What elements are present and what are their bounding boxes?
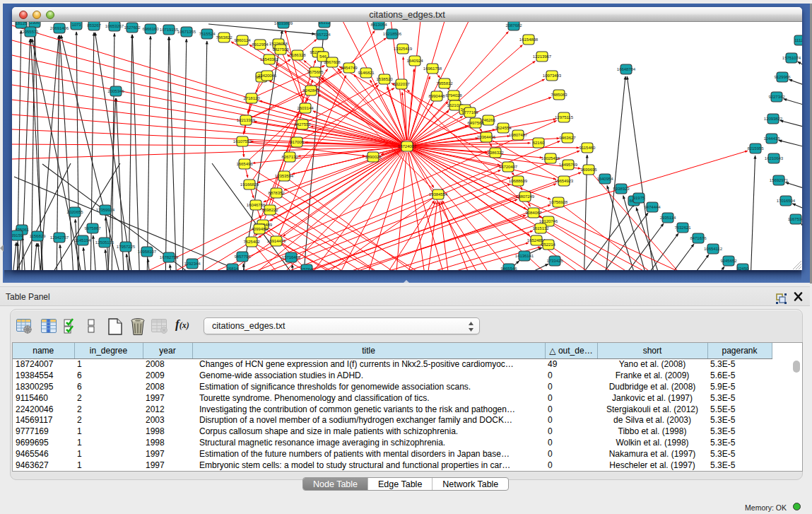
svg-text:2020655: 2020655 — [66, 209, 83, 214]
svg-text:20691406: 20691406 — [50, 25, 69, 30]
svg-text:16782759: 16782759 — [160, 255, 179, 259]
svg-text:1640924: 1640924 — [406, 58, 423, 63]
svg-text:1665496: 1665496 — [236, 161, 253, 166]
svg-text:91975: 91975 — [633, 195, 645, 200]
svg-text:12975115: 12975115 — [555, 115, 574, 119]
svg-text:1292344: 1292344 — [184, 261, 201, 266]
svg-text:26814: 26814 — [227, 266, 239, 270]
svg-text:5322037: 5322037 — [393, 81, 410, 86]
svg-text:1527602: 1527602 — [124, 25, 141, 30]
svg-text:2718120: 2718120 — [243, 95, 260, 100]
svg-text:8813054: 8813054 — [370, 22, 387, 27]
svg-text:10756928: 10756928 — [549, 199, 568, 204]
svg-text:8471676: 8471676 — [690, 235, 707, 240]
svg-text:8912954: 8912954 — [252, 42, 269, 47]
svg-text:2005346: 2005346 — [107, 88, 124, 93]
svg-text:9457791: 9457791 — [234, 254, 251, 259]
svg-text:13325419: 13325419 — [394, 46, 413, 51]
svg-text:10807487: 10807487 — [509, 132, 528, 137]
svg-text:1640954: 1640954 — [596, 176, 613, 181]
svg-text:5938923: 5938923 — [613, 186, 630, 191]
svg-text:15720407: 15720407 — [499, 164, 518, 169]
svg-text:16961758: 16961758 — [423, 66, 442, 71]
svg-text:9827503: 9827503 — [272, 47, 289, 52]
svg-text:19166829: 19166829 — [240, 182, 259, 187]
svg-text:9129966: 9129966 — [774, 74, 791, 79]
svg-text:19654923: 19654923 — [555, 178, 574, 183]
svg-text:15716485: 15716485 — [282, 255, 301, 259]
svg-text:1073: 1073 — [71, 22, 81, 27]
svg-text:9699695: 9699695 — [580, 167, 597, 172]
svg-text:1167534: 1167534 — [788, 216, 802, 221]
svg-text:15764: 15764 — [301, 267, 313, 270]
svg-text:17957225: 17957225 — [117, 244, 136, 249]
svg-text:2935114: 2935114 — [660, 215, 676, 220]
svg-text:10958107: 10958107 — [138, 249, 157, 254]
svg-text:20364436: 20364436 — [477, 134, 496, 139]
svg-text:1244415: 1244415 — [763, 136, 780, 141]
svg-text:8186328: 8186328 — [289, 52, 306, 57]
svg-text:18125: 18125 — [16, 22, 28, 25]
svg-text:12213967: 12213967 — [533, 54, 552, 59]
svg-text:2603144: 2603144 — [297, 105, 314, 110]
svg-text:9975867: 9975867 — [84, 226, 101, 230]
svg-text:23420046: 23420046 — [258, 73, 277, 78]
svg-text:12505135: 12505135 — [95, 240, 114, 245]
svg-text:18807249: 18807249 — [516, 194, 535, 199]
svg-text:15692971: 15692971 — [770, 177, 789, 182]
svg-text:10120746: 10120746 — [539, 218, 558, 223]
svg-text:16033809: 16033809 — [274, 22, 293, 25]
svg-text:1156829: 1156829 — [30, 233, 46, 238]
svg-text:62160: 62160 — [533, 140, 545, 145]
svg-text:9474444: 9474444 — [644, 204, 661, 209]
svg-text:8427552: 8427552 — [294, 122, 311, 127]
svg-text:2867608: 2867608 — [324, 59, 341, 64]
svg-text:8698222: 8698222 — [261, 207, 278, 212]
svg-text:16107552: 16107552 — [233, 139, 252, 144]
svg-text:9463627: 9463627 — [559, 135, 576, 140]
svg-text:6966160: 6966160 — [142, 26, 159, 31]
svg-text:10654112: 10654112 — [704, 246, 723, 251]
svg-text:7663822: 7663822 — [216, 35, 233, 40]
svg-text:16154808: 16154808 — [519, 37, 539, 42]
svg-text:1538520: 1538520 — [376, 76, 393, 81]
svg-text:17016504: 17016504 — [777, 198, 796, 203]
svg-text:7632621: 7632621 — [674, 225, 691, 230]
svg-text:252214: 252214 — [541, 242, 555, 247]
svg-text:19218506: 19218506 — [383, 31, 402, 36]
svg-text:2087682: 2087682 — [505, 23, 522, 28]
svg-text:7485063: 7485063 — [551, 92, 567, 97]
svg-text:6497568: 6497568 — [467, 120, 484, 125]
svg-text:8990448: 8990448 — [428, 93, 445, 98]
svg-text:10688609: 10688609 — [509, 178, 528, 183]
svg-text:2306: 2306 — [30, 22, 40, 25]
svg-text:39159: 39159 — [12, 233, 23, 238]
svg-text:18724007: 18724007 — [398, 144, 417, 148]
svg-text:10653267: 10653267 — [105, 23, 124, 28]
svg-text:10973493: 10973493 — [543, 73, 562, 78]
svg-text:10719155: 10719155 — [160, 27, 179, 32]
svg-text:8878352: 8878352 — [268, 190, 285, 195]
svg-text:9146821: 9146821 — [358, 70, 375, 75]
svg-text:8454749: 8454749 — [341, 65, 358, 70]
svg-text:8215955: 8215955 — [747, 146, 764, 151]
svg-text:917006: 917006 — [290, 139, 304, 144]
svg-text:853267: 853267 — [87, 23, 101, 28]
svg-text:11123: 11123 — [794, 37, 802, 42]
svg-text:16543362: 16543362 — [260, 57, 279, 62]
svg-text:16046788: 16046788 — [247, 202, 266, 207]
svg-text:9242843: 9242843 — [302, 88, 319, 93]
svg-text:1890023: 1890023 — [365, 154, 382, 159]
svg-text:9777169: 9777169 — [461, 110, 478, 115]
svg-text:9227342: 9227342 — [768, 94, 785, 99]
svg-text:19384554: 19384554 — [429, 192, 448, 197]
svg-text:7625402: 7625402 — [243, 239, 260, 244]
svg-text:14136141: 14136141 — [515, 253, 534, 258]
svg-text:12213369: 12213369 — [237, 117, 256, 122]
svg-text:17359924: 17359924 — [96, 207, 115, 212]
svg-text:7857224: 7857224 — [314, 32, 331, 37]
svg-text:7515524: 7515524 — [199, 31, 216, 36]
svg-text:9860124: 9860124 — [234, 37, 251, 42]
svg-text:4099489: 4099489 — [251, 226, 268, 231]
svg-text:546: 546 — [319, 54, 327, 59]
